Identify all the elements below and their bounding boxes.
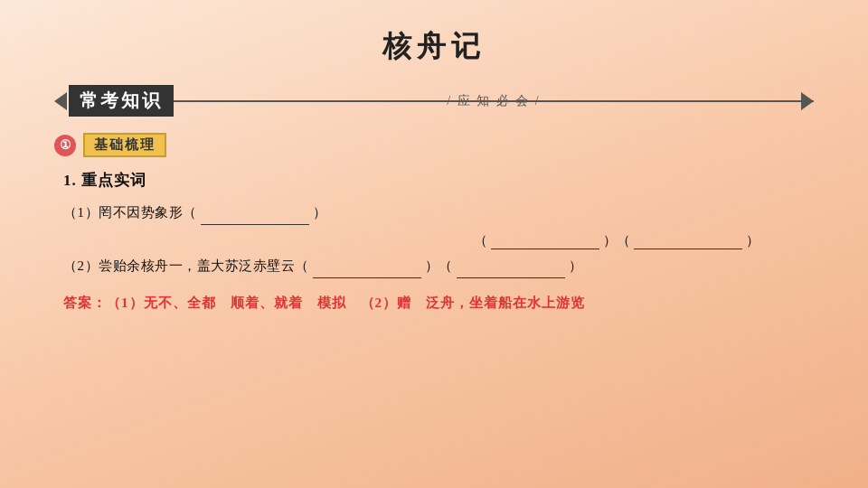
q2-blank1 [313,253,421,278]
header-line: 常考知识 / 应 知 必 会 / [54,85,814,117]
section-header: 常考知识 / 应 知 必 会 / [54,85,814,117]
right-close: ） [746,232,760,249]
page-title: 核舟记 [54,27,814,67]
q1-blank1 [201,200,309,225]
page-container: 核舟记 常考知识 / 应 知 必 会 / ① 基础梳理 1. 重点实词 （1）罔… [0,0,868,488]
q2-blank2 [457,253,565,278]
right-parens-row: （ ）（ ） [63,232,814,249]
q2-row: （2）尝贻余核舟一，盖大苏泛赤壁云（ ）（ ） [63,253,814,278]
right-open: （ [474,232,487,249]
q2-close: ） [569,258,583,273]
section-row: ① 基础梳理 [54,133,814,157]
arrow-left-icon [54,92,67,110]
header-box-label: 常考知识 [69,85,174,117]
point-title: 1. 重点实词 [63,170,814,191]
q1-prefix: （1）罔不因势象形（ [63,205,197,220]
right-blank2 [634,232,742,249]
answer-label: 答案： [63,296,107,310]
right-blank1 [491,232,599,249]
q2-prefix: （2）尝贻余核舟一，盖大苏泛赤壁云（ [63,258,309,273]
q1-row: （1）罔不因势象形（ ） [63,200,814,225]
section-number: ① [54,135,76,156]
q1-suffix: ） [313,205,327,220]
q2-mid: ）（ [425,258,453,273]
section-badge: 基础梳理 [83,133,166,157]
content-block: 1. 重点实词 （1）罔不因势象形（ ） （ ）（ ） （2）尝贻余核舟一，盖大… [63,170,814,315]
answer-text: （1）无不、全都 顺着、就着 模拟 （2）赠 泛舟，坐着船在水上游览 [107,296,585,310]
right-mid: ）（ [603,232,630,249]
answer-row: 答案：（1）无不、全都 顺着、就着 模拟 （2）赠 泛舟，坐着船在水上游览 [63,291,814,315]
sub-label: / 应 知 必 会 / [447,93,540,109]
header-line-right: / 应 知 必 会 / [174,100,814,102]
